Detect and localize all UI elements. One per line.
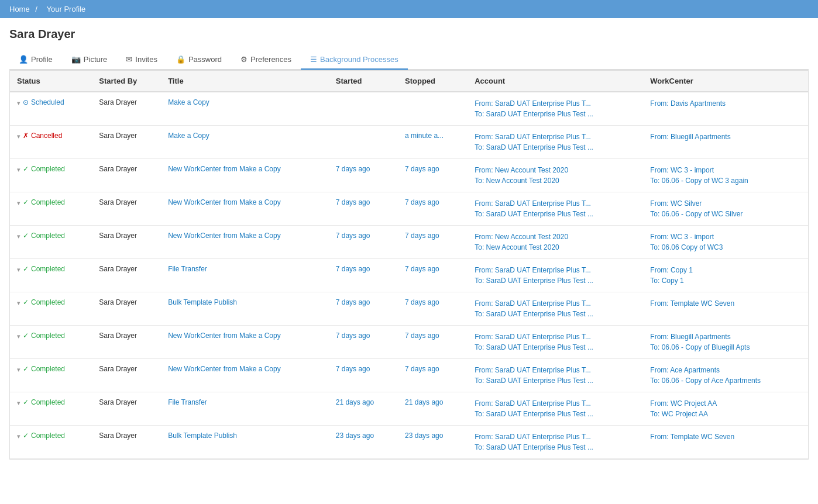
stopped-time-cell: 7 days ago	[398, 192, 468, 226]
title-cell[interactable]: Make a Copy	[161, 92, 329, 126]
wc-from-link[interactable]: From: Template WC Seven	[650, 299, 734, 308]
title-cell[interactable]: New WorkCenter from Make a Copy	[161, 192, 329, 226]
tab-password[interactable]: 🔒 Password	[167, 50, 231, 70]
table-row: ▾ ✓ Completed Sara DrayerFile Transfer7 …	[10, 259, 808, 292]
account-from: From: SaraD UAT Enterprise Plus T...	[475, 132, 636, 142]
wc-from-link[interactable]: From: Copy 1	[650, 266, 693, 274]
title-link[interactable]: Make a Copy	[168, 98, 209, 106]
account-to-link[interactable]: To: SaraD UAT Enterprise Plus Test ...	[475, 210, 593, 218]
wc-to-link[interactable]: To: 06.06 Copy of WC3	[650, 243, 723, 251]
title-cell[interactable]: Bulk Template Publish	[161, 292, 329, 326]
title-cell[interactable]: Make a Copy	[161, 126, 329, 159]
account-to-link[interactable]: To: New Account Test 2020	[475, 177, 559, 185]
wc-to-link[interactable]: To: 06.06 - Copy of WC Silver	[650, 210, 743, 218]
account-from-link[interactable]: From: New Account Test 2020	[475, 166, 568, 174]
title-link[interactable]: Bulk Template Publish	[168, 431, 237, 440]
wc-from: From: Bluegill Apartments	[650, 132, 801, 142]
wc-from-link[interactable]: From: WC 3 - import	[650, 233, 714, 241]
wc-to: To: 06.06 - Copy of WC Silver	[650, 209, 801, 219]
account-to-link[interactable]: To: SaraD UAT Enterprise Plus Test ...	[475, 443, 593, 451]
title-cell[interactable]: New WorkCenter from Make a Copy	[161, 326, 329, 359]
title-cell[interactable]: Bulk Template Publish	[161, 426, 329, 459]
title-link[interactable]: Bulk Template Publish	[168, 298, 237, 306]
title-link[interactable]: File Transfer	[168, 265, 207, 273]
status-cell[interactable]: ▾ ✓ Completed	[10, 426, 92, 459]
account-to-link[interactable]: To: SaraD UAT Enterprise Plus Test ...	[475, 110, 593, 118]
status-cell[interactable]: ▾ ✓ Completed	[10, 226, 92, 259]
account-to: To: SaraD UAT Enterprise Plus Test ...	[475, 209, 636, 219]
account-from-link[interactable]: From: SaraD UAT Enterprise Plus T...	[475, 99, 591, 108]
tab-preferences-label: Preferences	[250, 55, 291, 64]
account-from: From: SaraD UAT Enterprise Plus T...	[475, 398, 636, 409]
wc-to-link[interactable]: To: Copy 1	[650, 277, 683, 285]
title-cell[interactable]: File Transfer	[161, 392, 329, 426]
account-to-link[interactable]: To: New Account Test 2020	[475, 243, 559, 251]
tab-picture-label: Picture	[84, 55, 107, 64]
wc-from-link[interactable]: From: WC Silver	[650, 199, 702, 208]
account-from-link[interactable]: From: SaraD UAT Enterprise Plus T...	[475, 399, 591, 408]
title-link[interactable]: Make a Copy	[168, 132, 209, 140]
title-link[interactable]: New WorkCenter from Make a Copy	[168, 198, 281, 206]
account-to-link[interactable]: To: SaraD UAT Enterprise Plus Test ...	[475, 410, 593, 418]
workcenter-cell: From: WC 3 - importTo: 06.06 - Copy of W…	[643, 159, 808, 192]
wc-to: To: 06.06 - Copy of Ace Apartments	[650, 375, 801, 386]
status-label: Completed	[31, 398, 65, 406]
status-cell[interactable]: ▾ ✓ Completed	[10, 292, 92, 326]
title-cell[interactable]: New WorkCenter from Make a Copy	[161, 159, 329, 192]
status-label: Completed	[31, 332, 65, 340]
account-from-link[interactable]: From: SaraD UAT Enterprise Plus T...	[475, 133, 591, 141]
account-cell: From: SaraD UAT Enterprise Plus T...To: …	[468, 426, 643, 459]
title-link[interactable]: New WorkCenter from Make a Copy	[168, 232, 281, 240]
status-label: Completed	[31, 265, 65, 273]
account-to-link[interactable]: To: SaraD UAT Enterprise Plus Test ...	[475, 143, 593, 151]
title-cell[interactable]: File Transfer	[161, 259, 329, 292]
account-from-link[interactable]: From: SaraD UAT Enterprise Plus T...	[475, 266, 591, 274]
status-cell[interactable]: ▾ ✓ Completed	[10, 359, 92, 392]
account-from: From: SaraD UAT Enterprise Plus T...	[475, 365, 636, 375]
account-from-link[interactable]: From: SaraD UAT Enterprise Plus T...	[475, 199, 591, 208]
wc-to-link[interactable]: To: WC Project AA	[650, 410, 708, 418]
tab-picture[interactable]: 📷 Picture	[62, 50, 116, 70]
status-cell[interactable]: ▾ ✓ Completed	[10, 192, 92, 226]
account-to: To: SaraD UAT Enterprise Plus Test ...	[475, 442, 636, 453]
title-cell[interactable]: New WorkCenter from Make a Copy	[161, 359, 329, 392]
account-to-link[interactable]: To: SaraD UAT Enterprise Plus Test ...	[475, 377, 593, 385]
wc-from-link[interactable]: From: WC Project AA	[650, 399, 717, 408]
wc-from-link[interactable]: From: Ace Apartments	[650, 366, 720, 374]
wc-to-link[interactable]: To: 06.06 - Copy of Bluegill Apts	[650, 343, 750, 351]
account-from-link[interactable]: From: SaraD UAT Enterprise Plus T...	[475, 433, 591, 441]
status-cell[interactable]: ▾ ✓ Completed	[10, 159, 92, 192]
title-link[interactable]: New WorkCenter from Make a Copy	[168, 165, 281, 173]
tab-background-processes[interactable]: ☰ Background Processes	[301, 50, 408, 70]
title-link[interactable]: New WorkCenter from Make a Copy	[168, 365, 281, 373]
tab-invites[interactable]: ✉ Invites	[116, 50, 167, 70]
wc-from-link[interactable]: From: Davis Apartments	[650, 99, 726, 108]
wc-from-link[interactable]: From: Template WC Seven	[650, 433, 734, 441]
started-time-cell: 7 days ago	[329, 159, 398, 192]
stopped-time: 7 days ago	[405, 365, 439, 373]
wc-from-link[interactable]: From: WC 3 - import	[650, 166, 714, 174]
status-cell[interactable]: ▾ ✗ Cancelled	[10, 126, 92, 159]
status-cell[interactable]: ▾ ⊙ Scheduled	[10, 92, 92, 126]
account-from-link[interactable]: From: SaraD UAT Enterprise Plus T...	[475, 366, 591, 374]
title-link[interactable]: File Transfer	[168, 398, 207, 406]
account-to-link[interactable]: To: SaraD UAT Enterprise Plus Test ...	[475, 310, 593, 318]
breadcrumb-current: Your Profile	[47, 5, 86, 13]
wc-from-link[interactable]: From: Bluegill Apartments	[650, 333, 730, 341]
title-link[interactable]: New WorkCenter from Make a Copy	[168, 332, 281, 340]
account-to-link[interactable]: To: SaraD UAT Enterprise Plus Test ...	[475, 277, 593, 285]
wc-from-link[interactable]: From: Bluegill Apartments	[650, 133, 730, 141]
account-from-link[interactable]: From: SaraD UAT Enterprise Plus T...	[475, 333, 591, 341]
status-cell[interactable]: ▾ ✓ Completed	[10, 259, 92, 292]
tab-profile[interactable]: 👤 Profile	[9, 50, 62, 70]
wc-to-link[interactable]: To: 06.06 - Copy of Ace Apartments	[650, 377, 761, 385]
title-cell[interactable]: New WorkCenter from Make a Copy	[161, 226, 329, 259]
breadcrumb-home[interactable]: Home	[9, 5, 30, 13]
status-cell[interactable]: ▾ ✓ Completed	[10, 392, 92, 426]
account-from-link[interactable]: From: SaraD UAT Enterprise Plus T...	[475, 299, 591, 308]
account-from-link[interactable]: From: New Account Test 2020	[475, 233, 568, 241]
status-cell[interactable]: ▾ ✓ Completed	[10, 326, 92, 359]
account-to-link[interactable]: To: SaraD UAT Enterprise Plus Test ...	[475, 343, 593, 351]
wc-to-link[interactable]: To: 06.06 - Copy of WC 3 again	[650, 177, 748, 185]
tab-preferences[interactable]: ⚙ Preferences	[231, 50, 301, 70]
